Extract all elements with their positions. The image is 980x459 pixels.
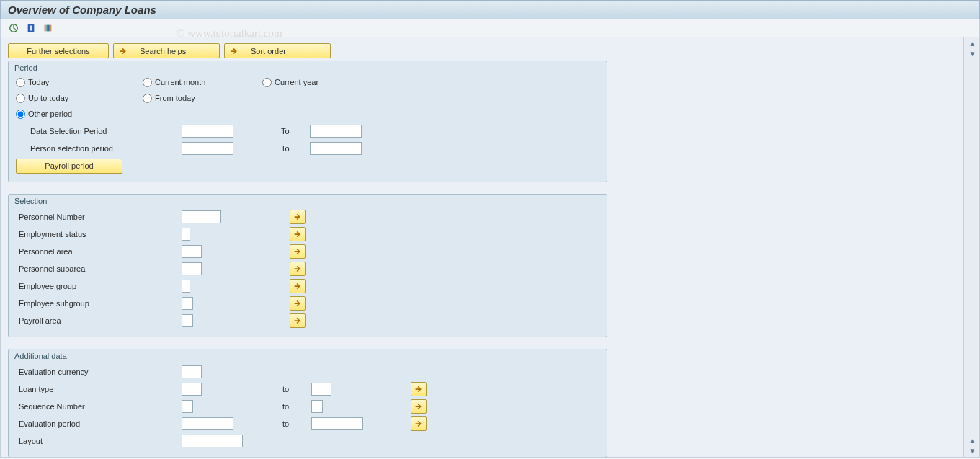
radio-current-month[interactable]: Current month [143,78,205,87]
selection-field-label: Employee group [16,282,182,290]
arrow-right-icon [229,46,239,56]
loan-type-multi-button[interactable] [411,382,427,396]
sort-order-button[interactable]: Sort order [224,43,331,58]
selection-row: Personnel Number [16,208,600,226]
seq-number-multi-button[interactable] [411,399,427,414]
eval-period-from-input[interactable] [182,417,233,430]
radio-current-year[interactable]: Current year [262,78,318,87]
selection-multi-button[interactable] [290,296,306,311]
loan-type-to-input[interactable] [311,383,331,396]
arrow-right-icon [293,264,303,274]
seq-number-to-label: to [282,402,311,411]
seq-number-from-input[interactable] [182,400,193,413]
selection-field-input[interactable] [182,280,190,293]
data-selection-from-input[interactable] [182,125,233,138]
selection-field-input[interactable] [182,262,202,275]
svg-rect-5 [46,25,48,32]
title-text: Overview of Company Loans [8,4,156,16]
layout-input[interactable] [182,435,243,447]
selection-field-label: Employment status [16,230,182,239]
eval-period-to-label: to [282,419,311,428]
radio-other-period[interactable]: Other period [16,110,72,119]
selection-field-input[interactable] [182,297,193,310]
selection-row: Payroll area [16,312,600,329]
svg-rect-6 [48,25,50,32]
action-row: Further selections Search helps Sort ord… [8,43,956,58]
person-selection-to-label: To [281,144,310,153]
toolbar [0,19,980,37]
eval-period-multi-button[interactable] [411,416,427,431]
page-title: Overview of Company Loans [0,0,980,19]
radio-today[interactable]: Today [16,78,49,87]
person-selection-from-input[interactable] [182,142,233,155]
selection-field-label: Payroll area [16,316,182,325]
selection-row: Employee subgroup [16,295,600,312]
selection-legend: Selection [9,195,607,205]
data-selection-to-input[interactable] [310,125,362,138]
selection-multi-button[interactable] [290,227,306,241]
additional-legend: Additional data [9,349,607,360]
main-area: Further selections Search helps Sort ord… [0,37,980,458]
payroll-period-button[interactable]: Payroll period [16,159,122,174]
arrow-right-icon [293,246,303,257]
eval-period-label: Evaluation period [16,419,182,428]
scroll-down-bottom-icon[interactable]: ▼ [967,446,978,455]
selection-field-input[interactable] [182,228,190,241]
data-selection-label: Data Selection Period [16,127,182,135]
arrow-right-icon [293,229,303,239]
selection-field-input[interactable] [182,245,202,258]
data-selection-to-label: To [281,127,310,135]
svg-rect-2 [30,26,32,27]
eval-currency-label: Evaluation currency [16,367,182,376]
scroll-up-bottom-icon[interactable]: ▲ [967,436,978,445]
seq-number-label: Sequence Number [16,402,182,411]
selection-row: Personnel area [16,243,600,260]
selection-field-label: Employee subgroup [16,299,182,308]
selection-multi-button[interactable] [290,262,306,276]
selection-field-input[interactable] [182,210,221,223]
arrow-right-icon [293,212,303,222]
loan-type-from-input[interactable] [182,383,202,396]
loan-type-label: Loan type [16,385,182,393]
additional-group: Additional data Evaluation currency Loan… [8,349,607,457]
selection-row: Personnel subarea [16,260,600,277]
search-helps-label: Search helps [140,47,186,55]
search-helps-button[interactable]: Search helps [113,43,220,58]
eval-currency-input[interactable] [182,365,202,378]
arrow-right-icon [414,419,424,429]
seq-number-to-input[interactable] [311,400,323,413]
arrow-right-icon [414,401,424,411]
radio-up-to-today[interactable]: Up to today [16,94,68,103]
period-legend: Period [9,61,607,72]
selection-row: Employee group [16,277,600,295]
selection-multi-button[interactable] [290,210,306,224]
person-selection-label: Person selection period [16,144,182,153]
radio-from-today[interactable]: From today [143,94,195,103]
selection-field-label: Personnel area [16,247,182,256]
layout-label: Layout [16,437,182,445]
selection-field-label: Personnel subarea [16,264,182,273]
svg-rect-4 [45,25,46,32]
person-selection-to-input[interactable] [310,142,362,155]
selection-field-label: Personnel Number [16,213,182,221]
selection-group: Selection Personnel NumberEmployment sta… [8,194,607,337]
right-gutter: ▲ ▼ ▲ ▼ [963,37,979,457]
further-selections-button[interactable]: Further selections [8,43,109,58]
arrow-right-icon [293,298,303,308]
selection-multi-button[interactable] [290,279,306,293]
info-icon[interactable] [25,22,37,34]
selection-multi-button[interactable] [290,244,306,259]
svg-rect-3 [30,27,32,30]
scroll-up-icon[interactable]: ▲ [967,39,978,48]
scroll-down-icon[interactable]: ▼ [967,49,978,58]
bars-icon[interactable] [43,22,54,34]
eval-period-to-input[interactable] [311,417,363,430]
selection-multi-button[interactable] [290,313,306,328]
execute-icon[interactable] [8,22,19,34]
svg-rect-7 [50,25,52,32]
loan-type-to-label: to [282,385,311,393]
selection-field-input[interactable] [182,314,193,327]
sort-order-label: Sort order [251,47,286,55]
arrow-right-icon [118,46,128,56]
period-group: Period Today Current month Current year … [8,61,607,182]
